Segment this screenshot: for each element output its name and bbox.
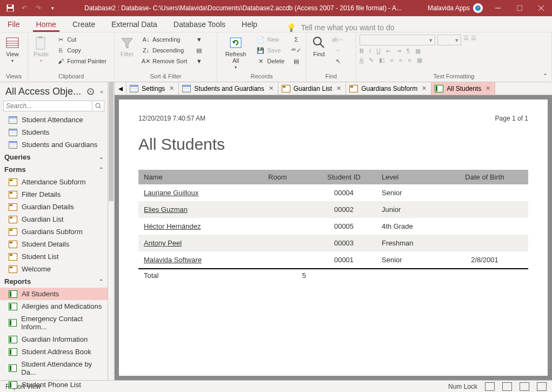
doc-tab-settings[interactable]: Settings✕ — [127, 82, 179, 95]
nav-item-student-attendance-by-date[interactable]: Student Attendance by Da... — [0, 358, 108, 378]
qat-customize-icon[interactable]: ▾ — [46, 2, 58, 14]
nav-options-icon[interactable]: ⊙ — [87, 85, 95, 97]
spelling-button[interactable]: ᵃᵇ✓ — [290, 45, 303, 55]
cell-name[interactable]: Malavida Software — [138, 251, 263, 269]
bulleted-list-icon[interactable]: ☰ — [471, 35, 476, 45]
save-icon[interactable] — [4, 2, 16, 14]
new-record-button[interactable]: 📄New — [254, 35, 287, 44]
save-record-button[interactable]: 💾Save — [254, 45, 287, 55]
close-icon[interactable]: ✕ — [268, 85, 275, 92]
scrollbar-thumb[interactable] — [109, 82, 114, 201]
advanced-filter-button[interactable]: ▤ — [192, 45, 205, 55]
text-direction-icon[interactable]: ¶ — [407, 48, 410, 55]
minimize-button[interactable] — [487, 0, 509, 16]
nav-section-queries[interactable]: Queries⌄ — [0, 151, 108, 163]
nav-item-filter-details[interactable]: Filter Details — [0, 188, 108, 201]
nav-item-guardian-details[interactable]: Guardian Details — [0, 201, 108, 213]
align-right-icon[interactable]: ≡ — [408, 57, 411, 64]
nav-item-emergency-contact[interactable]: Emergency Contact Inform... — [0, 313, 108, 333]
apps-button[interactable]: Malavida Apps — [423, 3, 487, 13]
grid-icon[interactable]: ▦ — [415, 48, 421, 55]
replace-button[interactable]: ab↔ — [331, 35, 344, 44]
numbered-list-icon[interactable]: ☰ — [463, 35, 469, 45]
cell-name[interactable]: Elies Guzman — [138, 201, 263, 218]
tab-create[interactable]: Create — [69, 18, 98, 32]
totals-button[interactable]: Σ — [290, 35, 303, 44]
report-view-icon[interactable] — [485, 382, 495, 391]
nav-collapse-icon[interactable]: « — [100, 88, 103, 95]
nav-item-student-details[interactable]: Student Details — [0, 238, 108, 250]
nav-search-button[interactable] — [92, 101, 104, 111]
tab-scroll-left[interactable]: ◂ — [115, 82, 127, 95]
close-icon[interactable]: ✕ — [484, 85, 491, 92]
format-cells-icon[interactable]: ▦ — [417, 57, 422, 64]
refresh-all-button[interactable]: Refresh All ▾ — [221, 35, 251, 71]
tab-database-tools[interactable]: Database Tools — [170, 18, 229, 32]
nav-item-guardians-subform[interactable]: Guardians Subform — [0, 225, 108, 238]
nav-item-welcome[interactable]: Welcome — [0, 263, 108, 275]
filter-button[interactable]: Filter — [118, 35, 136, 58]
tab-home[interactable]: Home — [33, 18, 59, 32]
close-icon[interactable]: ✕ — [421, 85, 428, 92]
paste-button[interactable]: Paste ▾ — [31, 35, 51, 64]
tell-me-search[interactable]: 💡 Tell me what you want to do — [270, 23, 548, 32]
more-records-button[interactable]: ▤ — [290, 56, 303, 66]
tab-external-data[interactable]: External Data — [108, 18, 161, 32]
highlight-button[interactable]: ✎ — [369, 57, 374, 64]
nav-section-reports[interactable]: Reports⌃ — [0, 275, 108, 288]
align-left-icon[interactable]: ≡ — [390, 57, 393, 64]
undo-icon[interactable]: ↶ — [18, 2, 30, 14]
selection-filter-button[interactable]: ▼ — [192, 35, 205, 44]
doc-tab-guardian-list[interactable]: Guardian List✕ — [278, 82, 346, 95]
doc-tab-guardians-subform[interactable]: Guardians Subform✕ — [346, 82, 431, 95]
format-painter-button[interactable]: 🖌Format Painter — [54, 56, 109, 66]
design-view-icon[interactable] — [537, 382, 547, 391]
nav-item-students[interactable]: Students — [0, 126, 108, 138]
layout-view-icon[interactable] — [520, 382, 529, 391]
nav-scrollbar[interactable] — [108, 82, 115, 380]
print-preview-icon[interactable] — [502, 382, 512, 391]
goto-button[interactable]: → — [331, 45, 344, 55]
nav-item-guardian-list[interactable]: Guardian List — [0, 213, 108, 225]
doc-tab-students-guardians[interactable]: Students and Guardians✕ — [179, 82, 278, 95]
ascending-button[interactable]: A↓Ascending — [139, 35, 189, 44]
close-icon[interactable]: ✕ — [335, 85, 342, 92]
copy-button[interactable]: ⎘Copy — [54, 45, 109, 55]
font-size-select[interactable]: ▾ — [437, 35, 461, 45]
italic-button[interactable]: I — [369, 48, 371, 55]
indent-increase-icon[interactable]: ⇥ — [396, 48, 401, 55]
maximize-button[interactable] — [509, 0, 530, 16]
nav-item-student-attendance[interactable]: Student Attendance — [0, 114, 108, 126]
bold-button[interactable]: B — [360, 48, 364, 55]
remove-sort-button[interactable]: A✕Remove Sort — [139, 56, 189, 66]
indent-decrease-icon[interactable]: ⇤ — [386, 48, 391, 55]
tab-help[interactable]: Help — [238, 18, 261, 32]
view-button[interactable]: View ▾ — [3, 35, 22, 64]
nav-search-input[interactable] — [3, 101, 92, 111]
tab-file[interactable]: File — [4, 18, 23, 32]
nav-item-all-students[interactable]: All Students — [0, 288, 108, 300]
nav-item-allergies[interactable]: Allergies and Medications — [0, 300, 108, 313]
nav-item-attendance-subform[interactable]: Attendance Subform — [0, 176, 108, 188]
redo-icon[interactable]: ↷ — [32, 2, 44, 14]
collapse-ribbon-button[interactable]: ⌃ — [543, 72, 548, 79]
nav-item-students-guardians[interactable]: Students and Guardians — [0, 138, 108, 151]
align-center-icon[interactable]: ≡ — [399, 57, 402, 64]
doc-tab-all-students[interactable]: All Students✕ — [431, 82, 495, 95]
toggle-filter-button[interactable]: ▼ — [192, 56, 205, 66]
select-button[interactable]: ↖ — [331, 56, 344, 66]
cell-name[interactable]: Antony Peel — [138, 235, 263, 251]
find-button[interactable]: Find — [310, 35, 328, 58]
delete-record-button[interactable]: ✕Delete — [254, 56, 287, 66]
close-button[interactable] — [530, 0, 552, 16]
nav-section-forms[interactable]: Forms⌃ — [0, 163, 108, 176]
nav-item-student-list[interactable]: Student List — [0, 250, 108, 263]
font-color-button[interactable]: A — [360, 57, 363, 64]
descending-button[interactable]: Z↓Descending — [139, 45, 189, 55]
cell-name[interactable]: Héctor Hernández — [138, 218, 263, 235]
cell-name[interactable]: Lauriane Guilloux — [138, 184, 263, 201]
close-icon[interactable]: ✕ — [168, 85, 175, 92]
nav-item-student-address-book[interactable]: Student Address Book — [0, 346, 108, 358]
nav-title[interactable]: All Access Obje... — [5, 86, 81, 97]
cut-button[interactable]: ✂Cut — [54, 35, 109, 44]
